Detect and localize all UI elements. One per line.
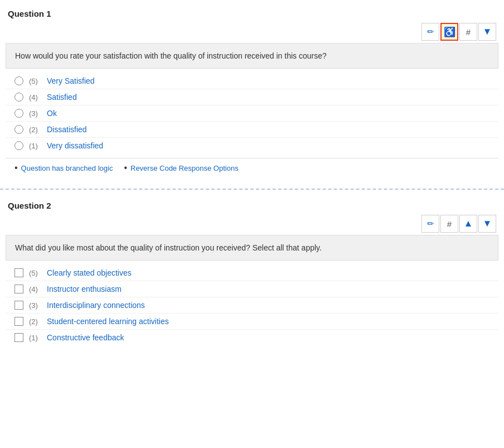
option-label: Clearly stated objectives [47,268,132,277]
branched-logic-note: Question has branched logic [14,163,113,173]
list-item: (3) Ok [6,105,498,122]
move-up-button-q2[interactable]: ▲ [459,215,477,233]
option-label: Ok [47,109,57,118]
option-label: Very Satisfied [47,76,95,85]
option-number: (5) [29,269,41,277]
checkbox-option-2-1[interactable] [14,268,23,277]
hash-icon-q2: # [447,219,452,229]
pencil-icon-q2: ✏ [427,219,434,229]
person-icon: ♿ [444,26,455,38]
option-label: Satisfied [47,93,77,102]
radio-option-1-3[interactable] [14,109,23,118]
option-number: (5) [29,77,41,85]
list-item: (3) Interdisciplinary connections [6,297,498,314]
option-number: (4) [29,93,41,102]
hash-button-q1[interactable]: # [459,23,477,41]
arrow-down-icon-q1: ▼ [483,26,492,37]
question-separator [0,189,504,190]
pencil-icon: ✏ [427,27,434,37]
hash-button-q2[interactable]: # [440,215,458,233]
option-label: Student-centered learning activities [47,317,169,326]
list-item: (1) Very dissatisfied [6,138,498,153]
radio-option-1-1[interactable] [14,76,23,85]
option-label: Constructive feedback [47,333,124,342]
list-item: (5) Very Satisfied [6,73,498,89]
checkbox-option-2-3[interactable] [14,301,23,310]
option-number: (2) [29,126,41,134]
accessibility-button-q1[interactable]: ♿ [440,23,458,41]
question-2-text: What did you like most about the quality… [6,235,498,261]
option-number: (3) [29,301,41,310]
checkbox-option-2-2[interactable] [14,285,23,293]
question-1-toolbar: ✏ ♿ # ▼ [6,23,498,41]
question-1-block: Question 1 ✏ ♿ # ▼ How would you rate yo… [0,9,504,177]
question-2-toolbar: ✏ # ▲ ▼ [6,215,498,233]
option-number: (1) [29,334,41,342]
option-number: (1) [29,142,41,150]
move-down-button-q2[interactable]: ▼ [478,215,496,233]
question-2-block: Question 2 ✏ # ▲ ▼ What did you like mos… [0,201,504,350]
arrow-up-icon-q2: ▲ [464,218,473,229]
arrow-down-icon-q2: ▼ [483,218,492,229]
radio-option-1-5[interactable] [14,141,23,150]
radio-option-1-2[interactable] [14,93,23,102]
move-down-button-q1[interactable]: ▼ [478,23,496,41]
hash-icon: # [466,27,471,37]
option-label: Very dissatisfied [47,141,103,150]
list-item: (4) Satisfied [6,89,498,105]
checkbox-option-2-4[interactable] [14,317,23,326]
option-label: Dissatisfied [47,125,87,134]
option-number: (4) [29,285,41,293]
question-1-footer-notes: Question has branched logic Reverse Code… [6,158,498,177]
question-1-options: (5) Very Satisfied (4) Satisfied (3) Ok … [6,73,498,158]
question-2-title: Question 2 [6,201,498,210]
page-container: Question 1 ✏ ♿ # ▼ How would you rate yo… [0,0,504,359]
question-1-text: How would you rate your satisfaction wit… [6,43,498,69]
edit-button-q2[interactable]: ✏ [421,215,439,233]
option-number: (3) [29,109,41,118]
question-2-options: (5) Clearly stated objectives (4) Instru… [6,265,498,350]
option-label: Interdisciplinary connections [47,301,145,310]
radio-option-1-4[interactable] [14,125,23,134]
option-number: (2) [29,317,41,326]
question-1-title: Question 1 [6,9,498,18]
list-item: (2) Dissatisfied [6,122,498,138]
list-item: (4) Instructor enthusiasm [6,281,498,297]
list-item: (2) Student-centered learning activities [6,314,498,330]
list-item: (5) Clearly stated objectives [6,265,498,281]
edit-button-q1[interactable]: ✏ [421,23,439,41]
reverse-code-note: Reverse Code Response Options [124,163,238,173]
checkbox-option-2-5[interactable] [14,333,23,342]
option-label: Instructor enthusiasm [47,285,122,293]
list-item: (1) Constructive feedback [6,330,498,345]
